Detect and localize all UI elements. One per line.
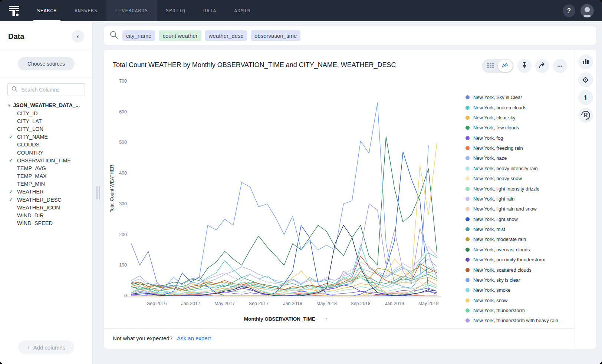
column-label: CITY_ID [17, 110, 38, 116]
search-token[interactable]: count weather [159, 30, 201, 41]
legend-item[interactable]: New York, sky is clear [466, 275, 571, 285]
data-panel-title: Data [8, 32, 24, 41]
legend-item[interactable]: New York, heavy intensity rain [466, 163, 571, 173]
column-item[interactable]: CITY_LAT [8, 117, 89, 125]
svg-text:700: 700 [119, 79, 127, 84]
legend-item[interactable]: New York, proximity thunderstorm [466, 255, 571, 265]
svg-text:May 2017: May 2017 [214, 301, 235, 306]
right-icon-rail: ⚙ i R [575, 50, 596, 349]
column-item[interactable]: CLOUDS [8, 141, 89, 149]
search-columns-input[interactable] [20, 86, 81, 93]
column-item[interactable]: ✓WEATHER_DESC [8, 196, 89, 203]
column-item[interactable]: CITY_LON [8, 125, 89, 133]
ask-an-expert-link[interactable]: Ask an expert [177, 335, 211, 341]
legend-item[interactable]: New York, light intensity drizzle [466, 183, 571, 193]
thoughtspot-logo-icon[interactable] [0, 0, 28, 21]
column-item[interactable]: CITY_ID [8, 109, 89, 117]
svg-text:600: 600 [119, 109, 127, 115]
legend-item[interactable]: New York, light rain [466, 194, 571, 204]
legend-item[interactable]: New York, light rain and snow [466, 204, 571, 214]
legend-dot [466, 298, 470, 302]
bar-chart-icon [582, 58, 589, 66]
chart-view-button[interactable] [498, 60, 513, 72]
legend-dot [466, 116, 470, 120]
choose-sources-button[interactable]: Choose sources [18, 57, 75, 70]
column-item[interactable]: WIND_DIR [8, 211, 89, 219]
legend-item[interactable]: New York, Sky is Clear [466, 92, 571, 102]
search-bar[interactable]: city_namecount weatherweather_descobserv… [104, 26, 596, 45]
legend-label: New York, freezing rain [473, 145, 523, 151]
legend-item[interactable]: New York, fog [466, 133, 571, 143]
help-button[interactable]: ? [563, 4, 575, 17]
search-token[interactable]: city_name [122, 30, 155, 41]
nav-tab-admin[interactable]: ADMIN [225, 0, 259, 21]
share-button[interactable] [535, 59, 549, 73]
column-item[interactable]: WEATHER_ICON [8, 203, 89, 211]
r-analysis-button[interactable]: R [578, 108, 593, 123]
legend-item[interactable]: New York, mist [466, 224, 571, 234]
nav-tab-spotiq[interactable]: SPOTIQ [157, 0, 194, 21]
legend-item[interactable]: New York, moderate rain [466, 234, 571, 244]
column-item[interactable]: TEMP_AVG [8, 164, 89, 172]
legend-item[interactable]: New York, heavy snow [466, 173, 571, 183]
table-node[interactable]: ▾ JSON_WEATHER_DATA_... [8, 101, 89, 109]
legend-label: New York, light snow [473, 216, 518, 222]
panel-resize-gutter [93, 21, 104, 364]
column-item[interactable]: COUNTRY [8, 149, 89, 156]
more-options-button[interactable]: ••• [553, 59, 567, 73]
legend-item[interactable]: New York, clear sky [466, 113, 571, 123]
pin-button[interactable] [517, 59, 532, 73]
chart-type-button[interactable] [578, 54, 593, 69]
legend-item[interactable]: New York, freezing rain [466, 143, 571, 153]
legend-item[interactable]: New York, broken clouds [466, 102, 571, 112]
legend-item[interactable]: New York, thunderstorm [466, 305, 571, 315]
collapse-panel-button[interactable]: ‹ [72, 30, 84, 43]
legend-item[interactable]: New York, haze [466, 153, 571, 163]
search-token[interactable]: observation_time [251, 30, 300, 41]
table-view-button[interactable] [483, 60, 498, 72]
legend-dot [466, 318, 470, 322]
settings-button[interactable]: ⚙ [578, 72, 593, 87]
legend-label: New York, clear sky [473, 115, 515, 120]
legend-item[interactable]: New York, smoke [466, 285, 571, 295]
add-columns-button[interactable]: + Add columns [18, 340, 74, 354]
column-item[interactable]: TEMP_MIN [8, 180, 89, 188]
chart-zone: 0100200300400500600700Total Count WEATHE… [104, 75, 463, 328]
legend-item[interactable]: New York, thunderstorm with heavy rain [466, 315, 571, 325]
search-columns-box[interactable] [7, 83, 85, 96]
svg-text:May 2019: May 2019 [418, 301, 439, 306]
search-token[interactable]: weather_desc [205, 30, 247, 41]
column-item[interactable]: ✓OBSERVATION_TIME [8, 156, 89, 164]
svg-text:Jan 2018: Jan 2018 [283, 301, 302, 306]
column-item[interactable]: ✓WEATHER [8, 188, 89, 196]
legend-item[interactable]: New York, overcast clouds [466, 245, 571, 255]
user-avatar[interactable] [580, 4, 594, 17]
plus-icon: + [27, 344, 30, 351]
nav-tab-data[interactable]: DATA [194, 0, 225, 21]
column-item[interactable]: TEMP_MAX [8, 172, 89, 180]
nav-tab-search[interactable]: SEARCH [28, 0, 66, 21]
legend-dot [466, 268, 470, 272]
legend-dot [466, 146, 470, 150]
legend-item[interactable]: New York, scattered clouds [466, 265, 571, 275]
sort-ascending-icon[interactable]: ↑ [325, 316, 328, 322]
legend-item[interactable]: New York, light snow [466, 214, 571, 224]
column-item[interactable]: ✓CITY_NAME [8, 133, 89, 141]
x-axis-label[interactable]: Monthly OBSERVATION_TIME [244, 316, 315, 322]
legend-item[interactable]: New York, thunderstorm with light rain [466, 326, 571, 328]
search-icon [11, 86, 17, 93]
legend-dot [466, 217, 470, 221]
line-chart[interactable]: 0100200300400500600700Total Count WEATHE… [108, 75, 442, 314]
nav-tab-answers[interactable]: ANSWERS [66, 0, 106, 21]
nav-tab-liveboards[interactable]: LIVEBOARDS [106, 0, 157, 21]
column-item[interactable]: WIND_SPEED [8, 219, 89, 227]
svg-text:May 2018: May 2018 [316, 301, 337, 306]
legend-dot [466, 166, 470, 171]
legend-dot [466, 156, 470, 160]
table-icon [487, 63, 494, 70]
legend-item[interactable]: New York, snow [466, 295, 571, 305]
panel-resize-handle[interactable] [96, 186, 100, 199]
column-label: CITY_NAME [17, 134, 48, 140]
legend-item[interactable]: New York, few clouds [466, 123, 571, 133]
info-button[interactable]: i [578, 90, 593, 105]
